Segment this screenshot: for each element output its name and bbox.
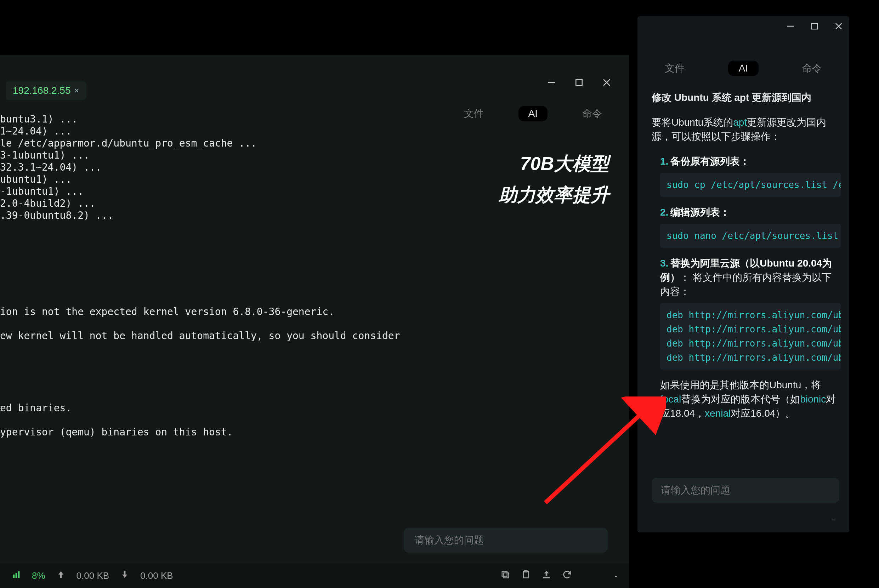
step-2: 2.编辑源列表： sudo nano /etc/apt/sources.list [652,206,841,248]
step-3: 3.替换为阿里云源（以Ubuntu 20.04为例）： 将文件中的所有内容替换为… [652,256,841,420]
terminal-output[interactable]: buntu3.1) ...1~24.04) ...le /etc/apparmo… [0,112,629,557]
ai-prompt-field[interactable] [660,484,831,496]
download-icon [120,570,130,582]
terminal-line: 3-1ubuntu1) ... [0,149,629,161]
chart-icon [11,570,21,582]
footer-dash: - [832,513,835,525]
download-value: 0.00 KB [140,570,173,581]
terminal-line [0,342,629,354]
ai-prompt-input-right[interactable] [652,478,839,502]
maximize-icon[interactable] [574,77,584,89]
terminal-line: 32.3.1~24.04) ... [0,161,629,174]
close-icon[interactable] [834,21,844,33]
terminal-line: -1ubuntu1) ... [0,186,629,198]
status-dash: - [615,570,618,581]
svg-rect-5 [16,573,17,578]
steps-list: 1.备份原有源列表： sudo cp /etc/apt/sources.list… [652,154,841,420]
response-title: 修改 Ubuntu 系统 apt 更新源到国内 [652,91,841,105]
svg-rect-6 [18,571,20,578]
cpu-value: 8% [32,570,45,581]
terminal-line: ion is not the expected kernel version 6… [0,306,629,318]
header-strip [0,0,629,55]
terminal-window: 192.168.2.55 × 文件 AI 命令 70B大模型 助力效率提升 bu… [0,0,629,588]
panel-tabs: 文件 AI 命令 [637,60,849,77]
terminal-line: buntu3.1) ... [0,113,629,125]
tab-ai[interactable]: AI [728,60,759,76]
terminal-line: 2.0-4build2) ... [0,198,629,210]
svg-rect-1 [576,79,582,86]
terminal-line [0,258,629,270]
upload-icon [56,570,66,582]
panel-window-controls [786,21,844,33]
terminal-line: le /etc/apparmor.d/ubuntu_pro_esm_cache … [0,137,629,149]
copy-icon[interactable] [500,570,510,582]
code-block[interactable]: sudo nano /etc/apt/sources.list [660,224,841,248]
terminal-line [0,378,629,390]
terminal-line: ed binaries. [0,402,629,414]
svg-rect-4 [13,574,15,578]
code-block[interactable]: deb http://mirrors.aliyun.com/ubu deb ht… [660,303,841,370]
terminal-line: ew kernel will not be handled automatica… [0,330,629,342]
svg-rect-8 [502,571,507,576]
terminal-line [0,354,629,366]
upload-value: 0.00 KB [77,570,110,581]
terminal-line: ubuntu1) ... [0,174,629,186]
tab-cmd[interactable]: 命令 [792,60,832,77]
ai-response: 修改 Ubuntu 系统 apt 更新源到国内 要将Ubuntu系统的apt更新… [652,91,841,466]
terminal-line: ypervisor (qemu) binaries on this host. [0,426,629,438]
svg-rect-13 [812,23,817,29]
terminal-line [0,270,629,282]
upload-file-icon[interactable] [541,570,551,582]
close-icon[interactable] [601,77,612,89]
host-tab-bar: 192.168.2.55 × [6,81,86,100]
terminal-line [0,234,629,246]
tab-file[interactable]: 文件 [654,60,695,77]
maximize-icon[interactable] [810,21,819,33]
ai-prompt-input-left[interactable] [404,528,608,553]
minimize-icon[interactable] [546,77,557,89]
terminal-line [0,414,629,426]
terminal-line [0,390,629,402]
terminal-line [0,246,629,258]
step-1: 1.备份原有源列表： sudo cp /etc/apt/sources.list… [652,154,841,197]
status-bar: 8% 0.00 KB 0.00 KB - [0,563,629,588]
terminal-line [0,318,629,330]
refresh-icon[interactable] [562,570,572,582]
terminal-line [0,366,629,378]
tab-close-icon[interactable]: × [74,86,79,96]
window-controls [546,77,612,89]
terminal-line: .39-0ubuntu8.2) ... [0,210,629,222]
host-tab[interactable]: 192.168.2.55 × [6,81,86,100]
terminal-line [0,222,629,234]
version-note: 如果使用的是其他版本的Ubuntu，将focal替换为对应的版本代号（如bion… [660,378,841,420]
minimize-icon[interactable] [786,21,795,33]
code-block[interactable]: sudo cp /etc/apt/sources.list /etc/ [660,173,841,197]
ai-assistant-panel: 文件 AI 命令 修改 Ubuntu 系统 apt 更新源到国内 要将Ubunt… [637,16,849,532]
response-intro: 要将Ubuntu系统的apt更新源更改为国内源，可以按照以下步骤操作： [652,116,841,144]
terminal-line [0,282,629,294]
svg-rect-7 [504,573,509,578]
svg-rect-11 [543,577,550,579]
host-tab-label: 192.168.2.55 [13,85,71,96]
ai-prompt-field[interactable] [414,534,598,546]
terminal-line [0,294,629,306]
terminal-line: 1~24.04) ... [0,125,629,137]
paste-icon[interactable] [521,570,531,582]
